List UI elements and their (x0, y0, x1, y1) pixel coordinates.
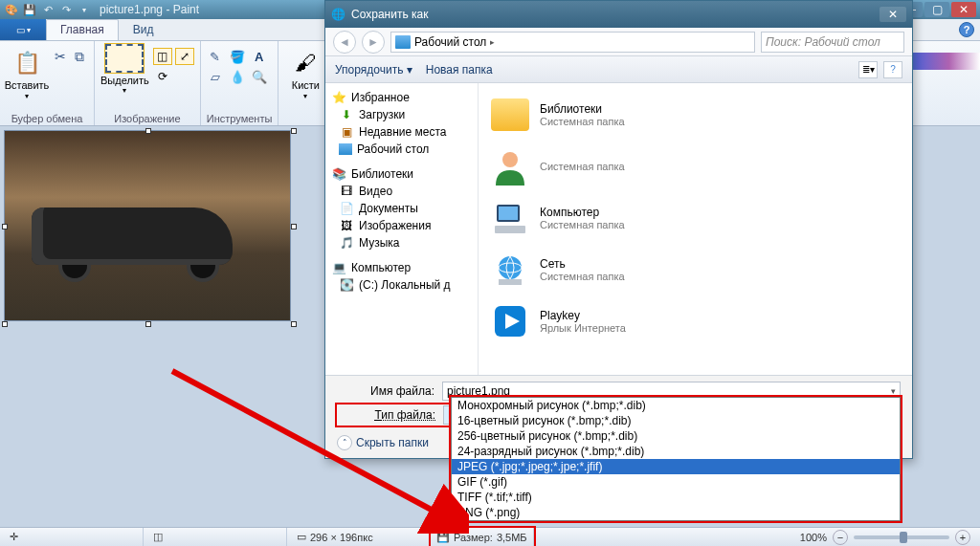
undo-icon[interactable]: ↶ (40, 2, 56, 17)
dialog-title-bar[interactable]: 🌐 Сохранить как ✕ (325, 1, 912, 28)
item-computer[interactable]: КомпьютерСистемная папка (488, 192, 902, 244)
group-clipboard: 📋 Вставить ▾ ✂ ⧉ Буфер обмена (0, 41, 95, 125)
view-mode-button[interactable]: ≣▾ (858, 61, 878, 78)
organize-button[interactable]: Упорядочить ▾ (335, 63, 412, 76)
crop-icon[interactable]: ◫ (153, 48, 172, 65)
file-size-value: 3,5МБ (497, 532, 527, 543)
resize-icon[interactable]: ⤢ (175, 48, 194, 65)
group-image-label: Изображение (100, 112, 194, 124)
zoom-value: 100% (800, 532, 827, 543)
cut-icon[interactable]: ✂ (52, 48, 69, 65)
group-image: Выделить ▾ ◫ ⤢ ⟳ Изображение (95, 41, 201, 125)
breadcrumb[interactable]: Рабочий стол ▸ (390, 32, 755, 53)
playkey-big-icon (490, 301, 530, 341)
help-dialog-button[interactable]: ? (883, 61, 902, 78)
item-playkey[interactable]: PlaykeyЯрлык Интернета (488, 295, 902, 347)
brush-icon: 🖌 (290, 48, 321, 78)
zoom-slider[interactable] (854, 535, 949, 539)
recent-icon: ▣ (339, 125, 354, 139)
tree-libraries[interactable]: 📚Библиотеки (327, 165, 476, 183)
filetype-option[interactable]: PNG (*.png) (452, 505, 900, 520)
magnifier-icon[interactable]: 🔍 (251, 68, 268, 85)
star-icon: ⭐ (331, 91, 346, 104)
zoom-out-button[interactable]: − (833, 530, 848, 545)
canvas-image[interactable] (4, 130, 291, 321)
fill-icon[interactable]: 🪣 (229, 48, 246, 65)
filetype-option[interactable]: GIF (*.gif) (452, 474, 900, 490)
svg-rect-6 (499, 279, 522, 285)
dialog-title: Сохранить как (351, 8, 428, 21)
file-menu-button[interactable]: ▭▾ (0, 19, 46, 40)
filetype-dropdown[interactable]: Монохромный рисунок (*.bmp;*.dib) 16-цве… (451, 397, 901, 521)
filetype-option-selected[interactable]: JPEG (*.jpg;*.jpeg;*.jpe;*.jfif) (452, 459, 900, 474)
filetype-option[interactable]: 16-цветный рисунок (*.bmp;*.dib) (452, 413, 900, 428)
rotate-icon[interactable]: ⟳ (153, 68, 172, 85)
tab-home[interactable]: Главная (46, 19, 119, 40)
file-size-cell: 💾 Размер: 3,5МБ (431, 528, 534, 546)
select-button[interactable]: Выделить ▾ (100, 44, 149, 95)
tree-pictures[interactable]: 🖼Изображения (327, 217, 476, 234)
help-button[interactable]: ? (959, 22, 974, 37)
item-libraries[interactable]: БиблиотекиСистемная папка (488, 89, 902, 141)
group-clipboard-label: Буфер обмена (6, 112, 88, 124)
svg-rect-3 (495, 226, 525, 233)
zoom-controls: 100% − + (800, 530, 980, 545)
text-icon[interactable]: A (251, 48, 268, 65)
copy-icon[interactable]: ⧉ (71, 48, 88, 65)
desktop-small-icon (339, 143, 352, 155)
navigation-tree[interactable]: ⭐Избранное ⬇Загрузки ▣Недавние места Раб… (325, 83, 479, 375)
file-size-label: Размер: (454, 532, 493, 543)
picker-icon[interactable]: 💧 (229, 68, 246, 85)
hide-folders-button[interactable]: ˄ Скрыть папки (337, 435, 429, 450)
paint-logo-icon: 🎨 (4, 2, 19, 17)
filetype-option[interactable]: 256-цветный рисунок (*.bmp;*.dib) (452, 428, 900, 444)
qat-dropdown-icon[interactable]: ▾ (77, 2, 92, 17)
search-input[interactable]: Поиск: Рабочий стол (761, 32, 904, 53)
pencil-icon[interactable]: ✎ (207, 48, 224, 65)
item-user[interactable]: Системная папка (488, 141, 902, 192)
tree-music[interactable]: 🎵Музыка (327, 234, 476, 251)
tree-desktop[interactable]: Рабочий стол (327, 141, 476, 158)
cursor-pos-icon: ✛ (10, 531, 18, 543)
new-folder-button[interactable]: Новая папка (426, 63, 493, 76)
item-network[interactable]: СетьСистемная папка (488, 244, 902, 295)
dialog-close-button[interactable]: ✕ (880, 7, 906, 22)
maximize-button[interactable]: ▢ (924, 2, 949, 17)
nav-forward-button[interactable]: ► (362, 31, 385, 54)
documents-icon: 📄 (339, 202, 354, 215)
tree-favorites[interactable]: ⭐Избранное (327, 89, 476, 106)
libraries-big-icon (491, 98, 529, 131)
close-button[interactable]: ✕ (951, 2, 976, 17)
tree-downloads[interactable]: ⬇Загрузки (327, 106, 476, 123)
brushes-button[interactable]: 🖌 Кисти ▾ (284, 44, 326, 100)
zoom-in-button[interactable]: + (955, 530, 970, 545)
tree-recent[interactable]: ▣Недавние места (327, 123, 476, 141)
filetype-option[interactable]: 24-разрядный рисунок (*.bmp;*.dib) (452, 444, 900, 459)
filetype-option[interactable]: Монохромный рисунок (*.bmp;*.dib) (452, 398, 900, 413)
desktop-icon (395, 35, 411, 49)
filetype-option[interactable]: TIFF (*.tif;*.tiff) (452, 490, 900, 505)
tab-view[interactable]: Вид (119, 19, 168, 40)
video-icon: 🎞 (339, 185, 354, 198)
dialog-toolbar: Упорядочить ▾ Новая папка ≣▾ ? (325, 56, 912, 83)
save-icon[interactable]: 💾 (22, 2, 37, 17)
select-icon (105, 44, 144, 73)
eraser-icon[interactable]: ▱ (207, 68, 224, 85)
svg-point-4 (499, 256, 522, 279)
folder-content[interactable]: БиблиотекиСистемная папка Системная папк… (479, 83, 912, 375)
tree-videos[interactable]: 🎞Видео (327, 183, 476, 200)
file-menu-icon: ▭ (16, 25, 25, 35)
nav-back-button[interactable]: ◄ (333, 31, 356, 54)
redo-icon[interactable]: ↷ (58, 2, 74, 17)
paste-button[interactable]: 📋 Вставить ▾ (6, 44, 48, 100)
tree-computer[interactable]: 💻Компьютер (327, 259, 476, 276)
group-tools-label: Инструменты (207, 112, 273, 124)
network-big-icon (490, 250, 530, 290)
tree-documents[interactable]: 📄Документы (327, 200, 476, 217)
quick-access-toolbar: 🎨 💾 ↶ ↷ ▾ (4, 2, 92, 17)
combo-arrow-icon[interactable]: ▾ (891, 386, 896, 396)
group-tools: ✎ 🪣 A ▱ 💧 🔍 Инструменты (201, 41, 279, 125)
tree-c-drive[interactable]: 💽(C:) Локальный д (327, 276, 476, 294)
chevron-right-icon[interactable]: ▸ (490, 37, 495, 47)
chevron-up-icon: ˄ (337, 435, 352, 450)
